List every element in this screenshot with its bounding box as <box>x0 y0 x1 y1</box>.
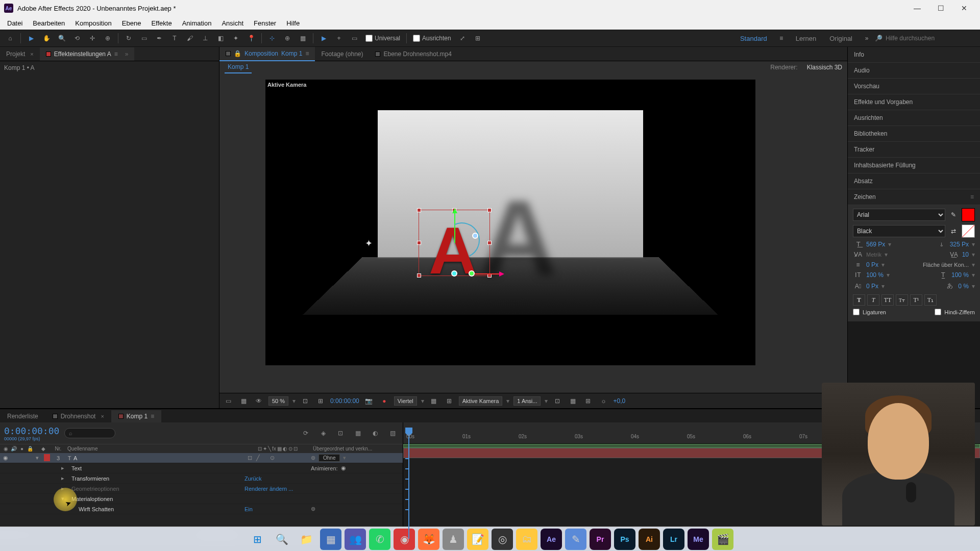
panel-menu-icon[interactable]: ≡ <box>114 51 118 58</box>
panel-zeichen-header[interactable]: Zeichen≡ <box>848 189 980 205</box>
exposure-icon[interactable]: ☼ <box>598 395 609 407</box>
gizmo-z-handle[interactable] <box>451 270 457 277</box>
eraser-tool[interactable]: ◧ <box>213 32 228 45</box>
subscript-button[interactable]: T₁ <box>924 294 937 306</box>
twirl-layer[interactable]: ▾ <box>36 455 39 461</box>
bold-button[interactable]: T <box>853 294 865 306</box>
font-family-select[interactable]: Arial <box>853 209 945 221</box>
taskbar-app1[interactable]: ▦ <box>320 529 341 550</box>
snapshot-icon[interactable]: 📷 <box>363 395 375 407</box>
audio-col-icon[interactable]: 🔊 <box>10 446 17 452</box>
vscale-value[interactable]: 100 % <box>866 271 884 279</box>
panel-audio[interactable]: Audio <box>848 63 980 79</box>
panel-inhaltsbasierte[interactable]: Inhaltsbasierte Füllung <box>848 158 980 173</box>
visibility-toggle[interactable]: ◉ <box>2 455 9 461</box>
renderer-change-link[interactable]: Renderer ändern ... <box>244 486 293 492</box>
current-timecode[interactable]: 0:00:00:00 <box>4 425 59 436</box>
kerning-value[interactable]: Metrik <box>866 252 881 258</box>
comp-breadcrumb[interactable]: Komp 1 <box>225 61 252 73</box>
panel-menu-icon[interactable]: ≡ <box>305 50 309 57</box>
name-col-header[interactable]: Quellenname <box>65 446 244 452</box>
taskbar-start[interactable]: ⊞ <box>247 529 268 550</box>
pixel-aspect-icon[interactable]: ▦ <box>567 395 578 407</box>
panel-bibliotheken[interactable]: Bibliotheken <box>848 126 980 142</box>
label-col-icon[interactable]: ◆ <box>41 446 45 452</box>
taskbar-pr[interactable]: Pr <box>590 529 611 550</box>
roto-tool[interactable]: ✦ <box>229 32 243 45</box>
lock-icon[interactable]: 🔒 <box>234 50 241 57</box>
tracking-value[interactable]: 10 <box>962 251 969 258</box>
composition-viewer[interactable]: Aktive Kamera A A ✦ <box>219 73 847 393</box>
text-tool[interactable]: T <box>167 32 182 45</box>
resolution-icon[interactable]: ⊡ <box>300 395 311 407</box>
share-view-icon[interactable]: ⊡ <box>552 395 563 407</box>
fast-draft-icon[interactable]: ⊞ <box>582 395 594 407</box>
property-row-shadow[interactable]: Wirft Schatten Ein ⊚ <box>0 504 403 514</box>
always-preview-icon[interactable]: ▭ <box>223 395 234 407</box>
help-search[interactable]: 🔎 <box>875 35 977 42</box>
zoom-select[interactable]: 50 % <box>268 396 288 406</box>
superscript-button[interactable]: T¹ <box>910 294 922 306</box>
tab-effekteinstellungen[interactable]: Effekteinstellungen A≡» <box>40 47 135 61</box>
local-axis-icon[interactable]: ⊹ <box>265 32 279 45</box>
zoom-tool[interactable]: 🔍 <box>55 32 69 45</box>
property-row-geometry[interactable]: ▸ Geometrieoptionen Renderer ändern ... <box>0 484 403 494</box>
hindi-checkbox[interactable] <box>935 309 941 315</box>
allcaps-button[interactable]: TT <box>881 294 894 306</box>
taskbar-notes[interactable]: 📝 <box>467 529 488 550</box>
taskbar-firefox[interactable]: 🦊 <box>418 529 439 550</box>
frame-blend-icon[interactable]: ▦ <box>352 427 364 439</box>
gizmo-xy-handle[interactable] <box>472 233 478 239</box>
grid-icon[interactable]: ⊞ <box>471 32 485 45</box>
eyedropper-icon[interactable]: ✎ <box>948 210 959 220</box>
close-icon[interactable]: × <box>101 413 104 419</box>
stroke-option[interactable]: Fläche über Kon... <box>923 262 969 268</box>
taskbar-app3[interactable]: ♟ <box>443 529 464 550</box>
viewer-timecode[interactable]: 0:00:00:00 <box>330 397 359 405</box>
tab-projekt[interactable]: Projekt× <box>0 47 40 61</box>
number-col-header[interactable]: Nr. <box>51 446 65 452</box>
solo-col-icon[interactable]: ● <box>18 446 26 452</box>
property-row-material[interactable]: ▾ Materialoptionen <box>0 494 403 504</box>
tab-komposition[interactable]: 🔒 Komposition Komp 1 ≡ <box>219 47 315 61</box>
resolution-select[interactable]: Viertel <box>394 396 417 406</box>
menu-animation[interactable]: Animation <box>177 17 217 29</box>
baseline-value[interactable]: 0 Px <box>866 283 878 290</box>
fill-color-swatch[interactable] <box>962 208 975 221</box>
ausrichten-checkbox[interactable]: Ausrichten <box>410 35 454 42</box>
view-select[interactable]: Aktive Kamera <box>459 396 503 406</box>
box-icon[interactable]: ▭ <box>347 32 361 45</box>
draft-3d-icon[interactable]: ⊡ <box>334 427 347 439</box>
camera-tool[interactable]: ⊕ <box>101 32 115 45</box>
composition-mini-flowchart-icon[interactable]: ◈ <box>317 427 329 439</box>
taskbar-app4[interactable]: 🎬 <box>712 529 733 550</box>
graph-editor-icon[interactable]: ▧ <box>386 427 399 439</box>
help-search-input[interactable] <box>886 35 962 42</box>
taskbar-whatsapp[interactable]: ✆ <box>369 529 390 550</box>
shy-icon[interactable]: ⟳ <box>300 427 312 439</box>
tab-ebene[interactable]: Ebene Drohnenshot.mp4 <box>369 47 457 61</box>
panel-ausrichten[interactable]: Ausrichten <box>848 110 980 126</box>
ligatures-checkbox[interactable] <box>853 309 860 315</box>
shadow-value-link[interactable]: Ein <box>244 506 253 512</box>
tab-renderliste[interactable]: Renderliste <box>0 410 45 422</box>
menu-effekte[interactable]: Effekte <box>146 17 177 29</box>
panel-absatz[interactable]: Absatz <box>848 173 980 189</box>
gizmo-xz-handle[interactable] <box>469 270 475 277</box>
channel-icon[interactable]: ● <box>379 395 390 407</box>
tab-timeline-komp1[interactable]: Komp 1≡ <box>111 410 161 422</box>
tsume-value[interactable]: 0 % <box>958 283 969 290</box>
mask-icon[interactable]: 👁 <box>253 395 264 407</box>
taskbar-teams[interactable]: 👥 <box>345 529 366 550</box>
snap-icon[interactable]: ⤢ <box>455 32 470 45</box>
pickwhip-icon[interactable]: ⊚ <box>311 455 315 461</box>
views-count[interactable]: 1 Ansi... <box>513 396 541 406</box>
taskbar-search[interactable]: 🔍 <box>271 529 292 550</box>
taskbar-lr[interactable]: Lr <box>663 529 684 550</box>
add-icon[interactable]: + <box>332 32 346 45</box>
home-button[interactable]: ⌂ <box>3 32 17 45</box>
hand-tool[interactable]: ✋ <box>39 32 54 45</box>
stroke-color-swatch[interactable] <box>962 224 975 238</box>
taskbar-ps[interactable]: Ps <box>614 529 635 550</box>
property-row-text[interactable]: ▸ Text Animieren: ◉ <box>0 463 403 473</box>
